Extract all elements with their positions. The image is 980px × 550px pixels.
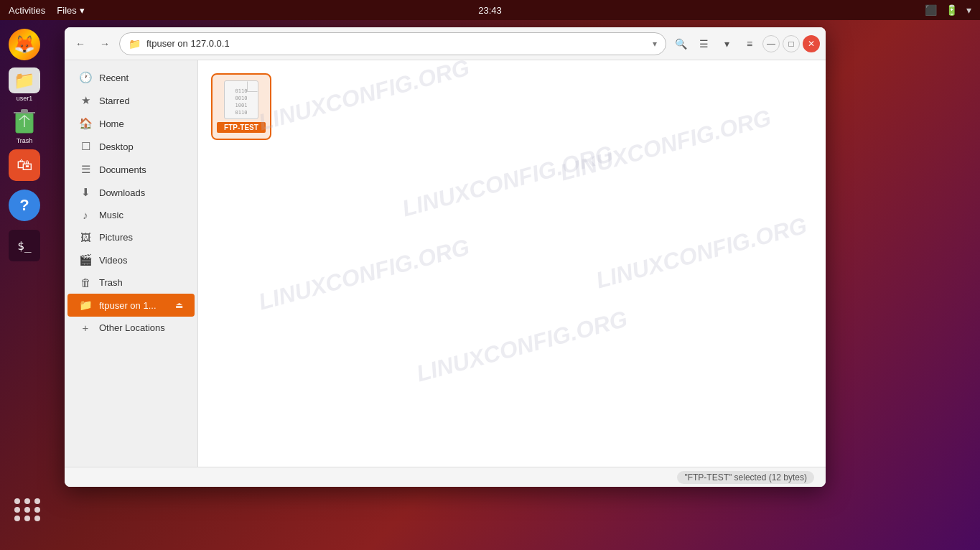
sidebar-item-label: Pictures [99,232,133,243]
sidebar-item-label: Trash [99,277,123,288]
sidebar-item-label: ftpuser on 1... [99,300,157,311]
dock-item-files[interactable]: 📁 user1 [7,67,42,102]
dock-item-firefox[interactable] [7,27,42,62]
files-menu-label: Files [57,5,76,16]
titlebar-actions: 🔍 ☰ ▾ ≡ — □ ✕ [671,34,820,54]
topbar: Activities Files ▾ 23:43 ⬛ 🔋 ▾ [0,0,980,20]
location-text: ftpuser on 127.0.0.1 [146,38,647,49]
videos-icon: 🎬 [79,253,92,266]
sidebar-item-desktop[interactable]: ☐ Desktop [67,135,195,158]
sidebar-item-label: Desktop [99,141,134,152]
dock-item-appstore[interactable]: 🛍 [7,148,42,182]
file-name: FTP-TEST [217,122,266,133]
ftp-folder-icon: 📁 [79,299,92,312]
location-bar[interactable]: 📁 ftpuser on 127.0.0.1 ▾ [119,32,666,55]
location-dropdown-arrow[interactable]: ▾ [653,39,657,49]
minimize-button[interactable]: — [762,35,780,52]
watermark: LINUXCONFIG.ORG [414,306,630,388]
grid-dot [24,498,30,504]
grid-dot [14,516,20,521]
home-icon: 🏠 [79,117,92,130]
sidebar-item-label: Other Locations [99,322,165,333]
fm-content: 🕐 Recent ★ Starred 🏠 Home ☐ Desktop ☰ Do… [65,60,826,467]
grid-dot [24,507,30,513]
svg-rect-1 [21,109,28,113]
statusbar: "FTP-TEST" selected (12 bytes) [65,467,826,487]
titlebar: ← → 📁 ftpuser on 127.0.0.1 ▾ 🔍 ☰ ▾ ≡ — □… [65,27,826,60]
network-icon: ⬛ [925,4,937,16]
view-list-button[interactable]: ☰ [694,34,714,54]
watermark: LINUXCONFIG.ORG [593,213,809,294]
dock: 📁 user1 Trash 🛍 ? $_ [0,20,49,550]
eject-icon[interactable]: ⏏ [175,300,183,310]
sidebar-item-label: Music [99,210,123,220]
sidebar-item-label: Starred [99,95,130,106]
starred-icon: ★ [79,94,92,107]
sidebar-item-recent[interactable]: 🕐 Recent [67,66,195,89]
battery-icon: 🔋 [946,4,958,16]
activities-button[interactable]: Activities [9,5,45,16]
grid-dot [14,498,20,504]
sidebar-item-documents[interactable]: ☰ Documents [67,158,195,181]
sidebar-item-label: Recent [99,73,129,83]
apps-grid-button[interactable] [9,493,40,524]
system-menu-icon[interactable]: ▾ [966,4,971,16]
sidebar-item-trash[interactable]: 🗑 Trash [67,271,195,294]
close-button[interactable]: ✕ [803,35,820,52]
dock-trash-label: Trash [17,137,33,144]
grid-dot [34,516,40,521]
topbar-right: ⬛ 🔋 ▾ [925,4,971,16]
sidebar-item-downloads[interactable]: ⬇ Downloads [67,181,195,204]
file-grid: 0110001010010110 FTP-TEST [198,60,826,153]
desktop-icon: ☐ [79,140,92,153]
file-manager-window: ← → 📁 ftpuser on 127.0.0.1 ▾ 🔍 ☰ ▾ ≡ — □… [65,27,826,487]
grid-dot [14,507,20,513]
music-icon: ♪ [79,209,92,221]
location-folder-icon: 📁 [129,38,141,50]
sidebar-item-label: Downloads [99,187,145,198]
sidebar-item-other-locations[interactable]: + Other Locations [67,317,195,339]
topbar-clock: 23:43 [478,5,502,16]
downloads-icon: ⬇ [79,186,92,199]
sidebar-item-label: Documents [99,164,146,175]
grid-dot [24,516,30,521]
files-menu-arrow: ▾ [80,5,85,16]
file-item-ftp-test[interactable]: 0110001010010110 FTP-TEST [213,75,270,139]
sidebar-item-label: Videos [99,255,128,266]
dock-files-label: user1 [17,95,33,102]
menu-button[interactable]: ≡ [739,34,760,54]
files-menu[interactable]: Files ▾ [57,5,84,16]
sidebar-item-starred[interactable]: ★ Starred [67,89,195,112]
recent-icon: 🕐 [79,71,92,84]
files-icon: 📁 [9,67,40,93]
sidebar-item-music[interactable]: ♪ Music [67,204,195,226]
sidebar: 🕐 Recent ★ Starred 🏠 Home ☐ Desktop ☰ Do… [65,60,198,467]
sidebar-item-label: Home [99,118,124,129]
status-text: "FTP-TEST" selected (12 bytes) [677,471,814,484]
dock-item-help[interactable]: ? [7,188,42,223]
maximize-button[interactable]: □ [783,35,800,52]
help-icon: ? [9,190,40,221]
back-button[interactable]: ← [70,34,90,54]
firefox-icon [9,29,40,60]
other-locations-icon: + [79,322,92,334]
sidebar-item-videos[interactable]: 🎬 Videos [67,248,195,271]
dock-item-trash[interactable]: Trash [7,108,42,142]
sidebar-item-ftpuser[interactable]: 📁 ftpuser on 1... ⏏ [67,294,195,317]
grid-dot [34,498,40,504]
sidebar-item-pictures[interactable]: 🖼 Pictures [67,226,195,248]
terminal-icon: $_ [9,230,40,261]
file-area[interactable]: LINUXCONFIG.ORG LINUXCONFIG.ORG LINUXCON… [198,60,826,467]
appstore-icon: 🛍 [9,149,40,181]
forward-button[interactable]: → [95,34,115,54]
trash-sidebar-icon: 🗑 [79,276,92,289]
watermark: LINUXCONFIG.ORG [256,234,472,316]
dock-item-terminal[interactable]: $_ [7,228,42,263]
grid-dot [34,507,40,513]
pictures-icon: 🖼 [79,231,92,243]
sidebar-item-home[interactable]: 🏠 Home [67,112,195,135]
search-button[interactable]: 🔍 [671,34,691,54]
trash-icon [9,106,40,136]
file-icon: 0110001010010110 [224,80,258,119]
view-options-button[interactable]: ▾ [717,34,737,54]
